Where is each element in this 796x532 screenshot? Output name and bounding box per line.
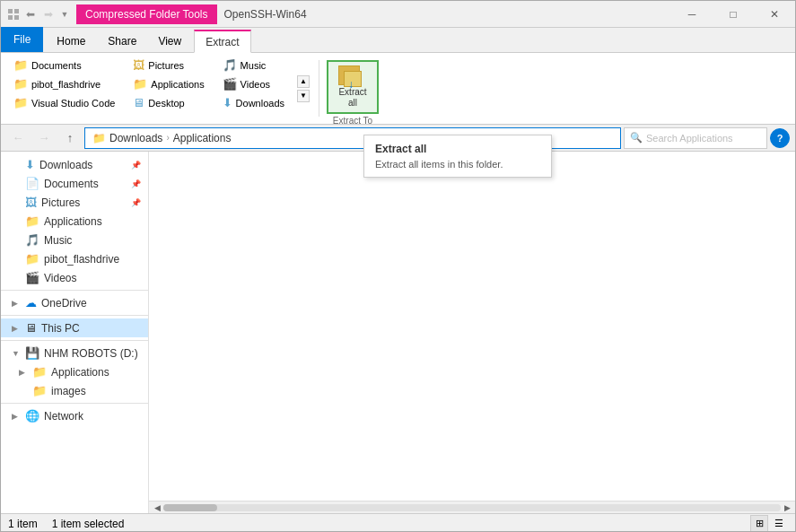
chevron-apps-d: ▶ <box>19 368 28 377</box>
quick-item-documents[interactable]: 📁 Documents <box>8 57 126 74</box>
tab-share[interactable]: Share <box>97 31 147 52</box>
quick-item-downloads[interactable]: ⬇ Downloads <box>217 94 295 111</box>
sidebar-item-pibot[interactable]: 📁 pibot_flashdrive <box>1 249 148 268</box>
tab-extract[interactable]: Extract <box>194 30 250 53</box>
documents-icon: 📄 <box>25 177 39 190</box>
sidebar: ⬇ Downloads 📌 📄 Documents 📌 🖼 Pictures 📌… <box>1 152 149 513</box>
quick-item-pibot[interactable]: 📁 pibot_flashdrive <box>8 75 126 92</box>
onedrive-icon: ☁ <box>25 296 37 310</box>
sidebar-item-onedrive[interactable]: ▶ ☁ OneDrive <box>1 293 148 312</box>
view-toggle-buttons: ⊞ ☰ <box>750 515 788 533</box>
scroll-left-btn[interactable]: ◀ <box>151 501 163 514</box>
pin-icon-downloads: 📌 <box>131 161 141 170</box>
extract-section: ↓ Extractall Extract To <box>327 57 379 120</box>
main-content: ⬇ Downloads 📌 📄 Documents 📌 🖼 Pictures 📌… <box>1 152 795 513</box>
address-part-applications[interactable]: Applications <box>173 132 232 144</box>
back-arrow-title[interactable]: ⬅ <box>22 6 39 22</box>
title-bar: ⬅ ➡ ▼ Compressed Folder Tools OpenSSH-Wi… <box>1 1 795 28</box>
ribbon-tabs-row: File Home Share View Extract <box>1 28 795 53</box>
status-items-count: 1 item <box>8 518 38 530</box>
music-icon: 🎵 <box>25 233 39 247</box>
quick-access-toolbar: ⬅ ➡ ▼ <box>1 6 76 22</box>
nav-up-btn[interactable]: ↑ <box>58 127 82 149</box>
horizontal-scrollbar: ◀ ▶ <box>149 501 795 513</box>
pictures-icon: 🖼 <box>25 196 37 209</box>
view-list-btn[interactable]: ☰ <box>770 515 788 533</box>
chevron-pc: ▶ <box>12 324 21 333</box>
svg-rect-3 <box>14 15 19 20</box>
tooltip-desc: Extract all items in this folder. <box>375 159 540 170</box>
quick-item-applications[interactable]: 📁 Applications <box>127 75 214 92</box>
sidebar-item-applications[interactable]: 📁 Applications <box>1 212 148 231</box>
pin-icon-pictures: 📌 <box>131 198 141 207</box>
sidebar-item-music[interactable]: 🎵 Music <box>1 231 148 249</box>
pin-icon-documents: 📌 <box>131 179 141 188</box>
sidebar-item-images[interactable]: 📁 images <box>1 381 148 400</box>
scroll-right-btn[interactable]: ▶ <box>781 501 793 514</box>
status-bar: 1 item 1 item selected ⊞ ☰ <box>1 513 795 532</box>
dropdown-arrow-title[interactable]: ▼ <box>58 8 71 21</box>
address-part-downloads[interactable]: Downloads <box>109 132 162 144</box>
svg-rect-2 <box>8 15 13 20</box>
close-button[interactable]: ✕ <box>754 1 795 28</box>
quick-menu-grid: 📁 Documents 📁 pibot_flashdrive 📁 Visual … <box>8 57 295 118</box>
nav-back-btn[interactable]: ← <box>6 127 30 149</box>
svg-rect-1 <box>14 9 19 13</box>
extract-all-button[interactable]: ↓ Extractall <box>327 60 379 114</box>
sidebar-item-videos[interactable]: 🎬 Videos <box>1 268 148 287</box>
pibot-icon: 📁 <box>25 252 39 266</box>
quick-item-desktop[interactable]: 🖥 Desktop <box>127 94 214 111</box>
search-placeholder: Search Applications <box>646 133 733 144</box>
sidebar-divider-3 <box>1 340 148 341</box>
sidebar-item-downloads[interactable]: ⬇ Downloads 📌 <box>1 155 148 174</box>
network-icon: 🌐 <box>25 409 39 423</box>
pc-icon: 🖥 <box>25 321 37 335</box>
help-btn[interactable]: ? <box>770 128 790 148</box>
sidebar-divider-2 <box>1 315 148 316</box>
sidebar-item-applications-d[interactable]: ▶ 📁 Applications <box>1 362 148 381</box>
tooltip-title: Extract all <box>375 143 540 155</box>
tab-view[interactable]: View <box>147 31 192 52</box>
address-sep: › <box>166 133 169 143</box>
minimize-button[interactable]: ─ <box>671 1 713 28</box>
quick-item-music[interactable]: 🎵 Music <box>217 57 295 74</box>
search-icon: 🔍 <box>630 132 643 144</box>
downloads-icon: ⬇ <box>25 158 35 171</box>
main-window: ⬅ ➡ ▼ Compressed Folder Tools OpenSSH-Wi… <box>1 1 795 532</box>
drive-icon: 💾 <box>25 346 39 360</box>
svg-rect-0 <box>8 9 13 13</box>
view-details-btn[interactable]: ⊞ <box>750 515 768 533</box>
ribbon-divider-1 <box>319 60 319 117</box>
nav-forward-btn[interactable]: → <box>32 127 56 149</box>
applications-d-icon: 📁 <box>32 365 47 379</box>
file-list <box>149 152 795 501</box>
sidebar-item-nhm-drive[interactable]: ▼ 💾 NHM ROBOTS (D:) <box>1 344 148 362</box>
maximize-button[interactable]: □ <box>713 1 754 28</box>
chevron-network: ▶ <box>12 412 21 421</box>
scrollbar-thumb[interactable] <box>163 504 217 511</box>
ribbon-content: 📁 Documents 📁 pibot_flashdrive 📁 Visual … <box>1 53 795 125</box>
window-title: OpenSSH-Win64 <box>224 8 671 21</box>
scrollbar-track <box>163 504 781 511</box>
search-bar[interactable]: 🔍 Search Applications <box>624 127 767 149</box>
scroll-down-btn[interactable]: ▼ <box>297 90 310 102</box>
quick-item-videos[interactable]: 🎬 Videos <box>217 75 295 92</box>
tab-home[interactable]: Home <box>45 31 97 52</box>
images-icon: 📁 <box>32 384 47 397</box>
sidebar-item-pictures[interactable]: 🖼 Pictures 📌 <box>1 193 148 212</box>
sidebar-item-documents[interactable]: 📄 Documents 📌 <box>1 174 148 193</box>
sidebar-item-this-pc[interactable]: ▶ 🖥 This PC <box>1 318 148 337</box>
scroll-up-btn[interactable]: ▲ <box>297 75 310 88</box>
chevron-onedrive: ▶ <box>12 299 21 308</box>
quick-item-vscode[interactable]: 📁 Visual Studio Code <box>8 94 126 111</box>
sidebar-item-network[interactable]: ▶ 🌐 Network <box>1 406 148 425</box>
quick-item-pictures[interactable]: 🖼 Pictures <box>127 57 214 74</box>
status-selected-count: 1 item selected <box>52 518 125 530</box>
forward-arrow-title[interactable]: ➡ <box>40 6 57 22</box>
sidebar-divider-4 <box>1 403 148 404</box>
content-area: ◀ ▶ <box>149 152 795 513</box>
chevron-nhm: ▼ <box>12 349 21 358</box>
tab-file[interactable]: File <box>1 27 43 52</box>
window-controls: ─ □ ✕ <box>671 1 795 28</box>
extract-all-icon: ↓ <box>338 65 367 85</box>
